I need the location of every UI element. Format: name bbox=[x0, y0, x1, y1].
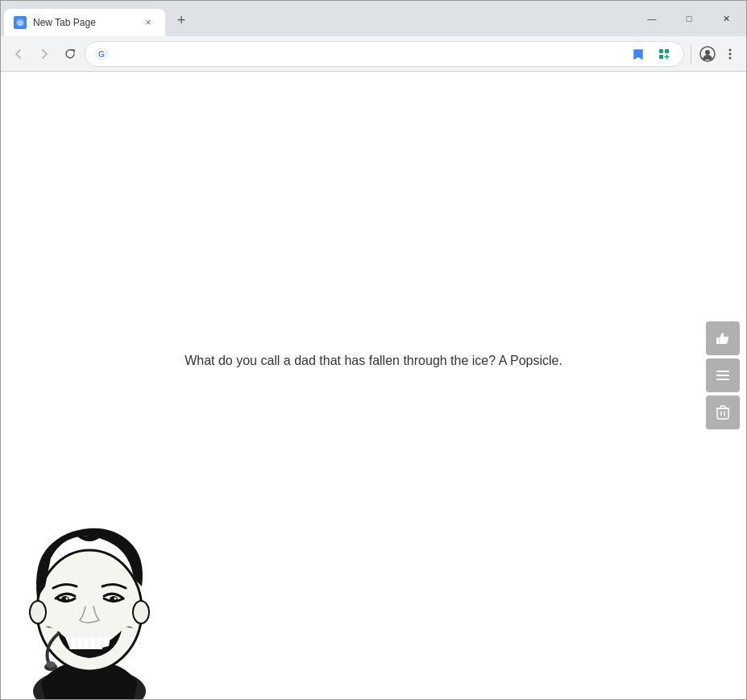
menu-button[interactable] bbox=[720, 44, 740, 64]
svg-rect-31 bbox=[716, 379, 729, 380]
svg-rect-5 bbox=[665, 49, 669, 53]
active-tab[interactable]: G New Tab Page × bbox=[4, 9, 165, 36]
forward-button[interactable] bbox=[33, 43, 56, 65]
bookmark-icon[interactable] bbox=[629, 44, 648, 64]
g-logo-icon: G bbox=[95, 48, 108, 60]
thumbup-button[interactable] bbox=[706, 321, 740, 355]
url-input[interactable] bbox=[114, 48, 622, 60]
page-content: What do you call a dad that has fallen t… bbox=[1, 72, 746, 699]
svg-rect-6 bbox=[659, 55, 663, 59]
svg-point-28 bbox=[46, 661, 56, 668]
reload-button[interactable] bbox=[59, 43, 81, 65]
tab-strip: G New Tab Page × + bbox=[1, 6, 633, 36]
svg-point-16 bbox=[133, 601, 149, 623]
svg-text:G: G bbox=[18, 19, 23, 27]
browser-window: G New Tab Page × + — □ ✕ bbox=[0, 0, 747, 700]
maximize-button[interactable]: □ bbox=[670, 7, 708, 30]
back-button[interactable] bbox=[7, 43, 30, 65]
svg-point-10 bbox=[729, 52, 732, 55]
svg-point-17 bbox=[61, 596, 69, 603]
svg-point-9 bbox=[729, 48, 732, 51]
new-tab-button[interactable]: + bbox=[168, 7, 194, 33]
minimize-button[interactable]: — bbox=[633, 7, 670, 30]
svg-rect-29 bbox=[716, 371, 729, 372]
svg-rect-4 bbox=[659, 49, 663, 53]
tab-favicon: G bbox=[14, 16, 27, 29]
window-controls: — □ ✕ bbox=[633, 6, 746, 36]
profile-button[interactable] bbox=[698, 44, 717, 64]
close-button[interactable]: ✕ bbox=[708, 7, 745, 30]
svg-point-8 bbox=[705, 50, 710, 55]
tab-close-button[interactable]: × bbox=[141, 15, 156, 30]
tab-title: New Tab Page bbox=[33, 17, 135, 28]
svg-rect-30 bbox=[716, 375, 729, 376]
address-bar: G bbox=[1, 36, 746, 72]
svg-point-18 bbox=[110, 596, 118, 603]
toolbar-separator bbox=[691, 44, 691, 64]
url-bar[interactable]: G bbox=[85, 41, 684, 67]
joke-text: What do you call a dad that has fallen t… bbox=[1, 354, 746, 368]
list-button[interactable] bbox=[706, 358, 740, 392]
svg-rect-32 bbox=[717, 408, 728, 419]
svg-point-20 bbox=[114, 598, 117, 600]
troll-face-image bbox=[9, 522, 170, 699]
svg-text:G: G bbox=[98, 50, 105, 59]
title-bar: G New Tab Page × + — □ ✕ bbox=[1, 1, 746, 36]
svg-point-15 bbox=[30, 601, 46, 623]
trash-button[interactable] bbox=[706, 396, 740, 429]
side-actions bbox=[706, 321, 740, 429]
extension-icon[interactable] bbox=[654, 44, 674, 64]
svg-point-19 bbox=[66, 598, 68, 600]
svg-point-11 bbox=[729, 56, 732, 59]
